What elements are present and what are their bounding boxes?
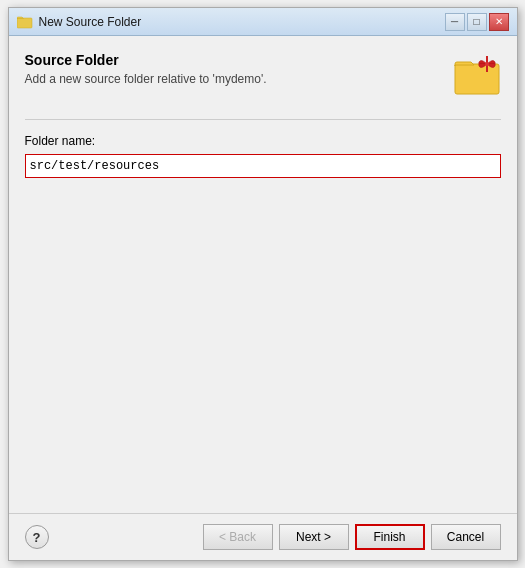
maximize-button[interactable]: □ bbox=[467, 13, 487, 31]
footer-left: ? bbox=[25, 525, 49, 549]
folder-name-label: Folder name: bbox=[25, 134, 501, 148]
minimize-button[interactable]: ─ bbox=[445, 13, 465, 31]
form-section: Folder name: bbox=[25, 134, 501, 178]
close-button[interactable]: ✕ bbox=[489, 13, 509, 31]
svg-point-4 bbox=[485, 62, 489, 66]
header-section: Source Folder Add a new source folder re… bbox=[25, 52, 501, 103]
title-bar: New Source Folder ─ □ ✕ bbox=[9, 8, 517, 36]
finish-button[interactable]: Finish bbox=[355, 524, 425, 550]
title-bar-buttons: ─ □ ✕ bbox=[445, 13, 509, 31]
back-button[interactable]: < Back bbox=[203, 524, 273, 550]
folder-name-input[interactable] bbox=[25, 154, 501, 178]
help-button[interactable]: ? bbox=[25, 525, 49, 549]
header-folder-icon bbox=[453, 52, 501, 103]
header-subtitle: Add a new source folder relative to 'myd… bbox=[25, 72, 453, 86]
footer: ? < Back Next > Finish Cancel bbox=[9, 513, 517, 560]
dialog-window: New Source Folder ─ □ ✕ Source Folder Ad… bbox=[8, 7, 518, 561]
title-bar-icon bbox=[17, 14, 33, 30]
header-title: Source Folder bbox=[25, 52, 453, 68]
svg-rect-1 bbox=[455, 64, 499, 94]
title-bar-text: New Source Folder bbox=[39, 15, 445, 29]
next-button[interactable]: Next > bbox=[279, 524, 349, 550]
content-area: Source Folder Add a new source folder re… bbox=[9, 36, 517, 513]
header-text: Source Folder Add a new source folder re… bbox=[25, 52, 453, 86]
section-divider bbox=[25, 119, 501, 120]
spacer bbox=[25, 178, 501, 497]
svg-rect-0 bbox=[17, 18, 32, 28]
footer-buttons: < Back Next > Finish Cancel bbox=[203, 524, 501, 550]
cancel-button[interactable]: Cancel bbox=[431, 524, 501, 550]
